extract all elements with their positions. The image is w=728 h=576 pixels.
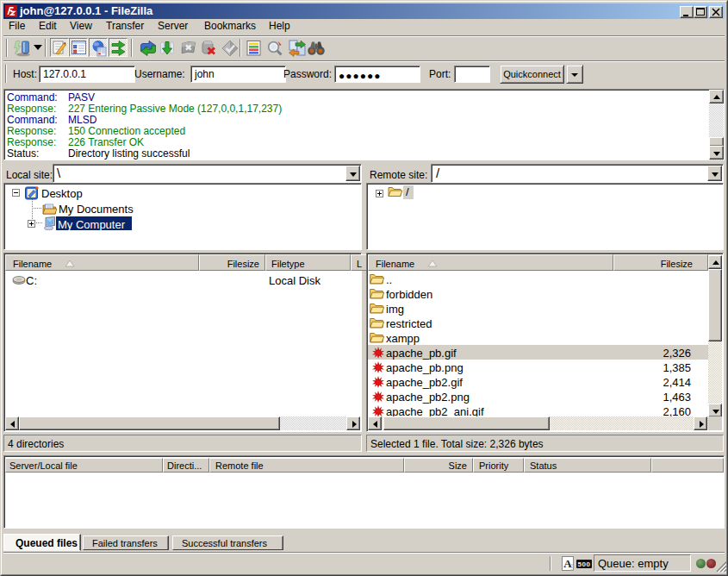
svg-text:500: 500 bbox=[578, 560, 591, 568]
svg-text:A: A bbox=[563, 557, 572, 570]
